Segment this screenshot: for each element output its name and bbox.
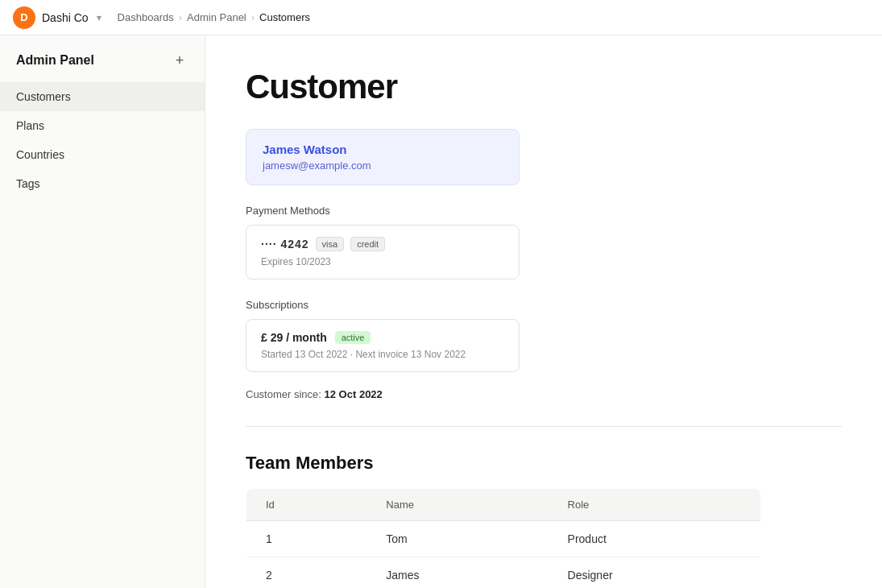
breadcrumb-adminpanel[interactable]: Admin Panel [187, 11, 246, 23]
customer-since-date: 12 Oct 2022 [325, 388, 383, 400]
col-role: Role [549, 489, 761, 521]
payment-methods-label: Payment Methods [246, 205, 842, 217]
table-row: 2JamesDesigner [246, 557, 761, 589]
sidebar-item-plans[interactable]: Plans [0, 111, 205, 140]
sidebar-item-countries[interactable]: Countries [0, 140, 205, 169]
cell-name: Tom [366, 521, 548, 557]
subscriptions-label: Subscriptions [246, 299, 842, 311]
divider [246, 426, 842, 427]
sidebar-title: Admin Panel [16, 53, 94, 68]
topbar: D Dashi Co ▾ Dashboards › Admin Panel › … [0, 0, 882, 35]
col-id: Id [246, 489, 367, 521]
badge-visa: visa [316, 237, 345, 251]
sidebar-item-customers[interactable]: Customers [0, 82, 205, 111]
cell-role: Product [549, 521, 761, 557]
sidebar-header: Admin Panel + [0, 52, 205, 82]
table-row: 1TomProduct [246, 521, 761, 557]
subscription-detail: Started 13 Oct 2022 · Next invoice 13 No… [261, 349, 504, 360]
customer-since: Customer since: 12 Oct 2022 [246, 388, 842, 400]
cell-id: 2 [246, 557, 367, 589]
team-members-title: Team Members [246, 453, 842, 474]
chevron-down-icon: ▾ [97, 12, 101, 23]
sidebar-add-button[interactable]: + [171, 52, 188, 69]
breadcrumb-dashboards[interactable]: Dashboards [118, 11, 174, 23]
breadcrumb-current: Customers [259, 11, 310, 23]
subscription-top: £ 29 / month active [261, 331, 504, 344]
sidebar: Admin Panel + Customers Plans Countries … [0, 35, 205, 588]
customer-name: James Watson [263, 143, 503, 156]
company-logo: D [13, 6, 35, 29]
subscription-status: active [335, 331, 371, 344]
sidebar-item-tags[interactable]: Tags [0, 169, 205, 198]
customer-email: jamesw@example.com [263, 159, 503, 172]
breadcrumb: Dashboards › Admin Panel › Customers [118, 11, 310, 23]
team-table: Id Name Role 1TomProduct2JamesDesigner3F… [246, 488, 761, 588]
page-title: Customer [246, 68, 842, 106]
customer-card[interactable]: James Watson jamesw@example.com [246, 129, 520, 185]
main-layout: Admin Panel + Customers Plans Countries … [0, 35, 882, 588]
card-expires: Expires 10/2023 [261, 256, 504, 267]
breadcrumb-sep-1: › [179, 11, 182, 23]
cell-name: James [366, 557, 548, 589]
badge-credit: credit [350, 237, 385, 251]
breadcrumb-sep-2: › [251, 11, 255, 23]
payment-top: ···· 4242 visa credit [261, 237, 504, 251]
card-number: ···· 4242 [261, 238, 309, 251]
payment-method-card: ···· 4242 visa credit Expires 10/2023 [246, 225, 520, 280]
company-name: Dashi Co [42, 11, 89, 24]
subscription-price: £ 29 / month [261, 331, 327, 344]
main-content: Customer James Watson jamesw@example.com… [205, 35, 882, 588]
cell-role: Designer [549, 557, 761, 589]
table-header-row: Id Name Role [246, 489, 761, 521]
sidebar-nav: Customers Plans Countries Tags [0, 82, 205, 198]
subscription-card: £ 29 / month active Started 13 Oct 2022 … [246, 319, 520, 372]
cell-id: 1 [246, 521, 367, 557]
col-name: Name [366, 489, 548, 521]
